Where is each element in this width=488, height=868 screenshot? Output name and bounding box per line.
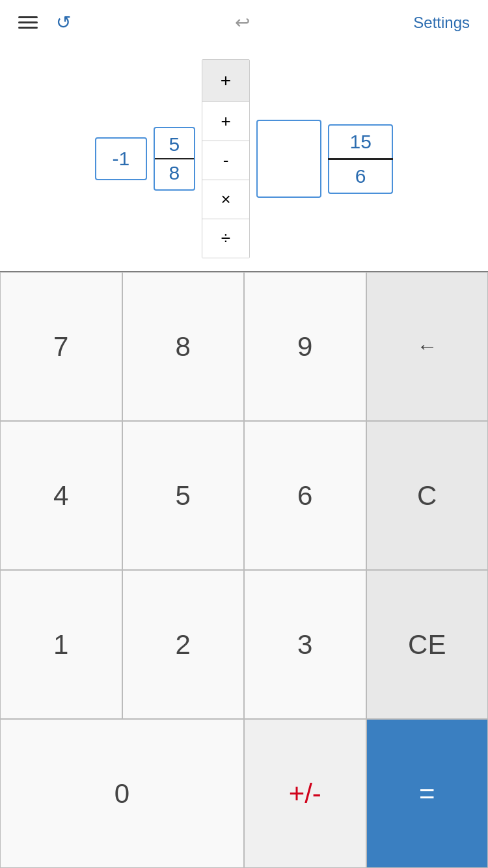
operator-option-divide[interactable]: ÷ [202,219,249,258]
key-7[interactable]: 7 [0,272,122,421]
key-5[interactable]: 5 [122,421,245,570]
key-backspace[interactable]: ← [366,272,489,421]
fraction-denominator[interactable]: 8 [155,159,194,189]
header-left: ↺ [18,14,71,32]
keypad: 7 8 9 ← 4 5 6 C 1 2 3 CE 0 +/- = [0,271,488,868]
key-plus-minus[interactable]: +/- [244,719,366,868]
key-equals[interactable]: = [366,719,489,868]
key-2[interactable]: 2 [122,570,245,719]
key-0[interactable]: 0 [0,719,244,868]
settings-button[interactable]: Settings [413,14,470,32]
whole-number-input[interactable]: -1 [95,137,147,180]
key-9[interactable]: 9 [244,272,366,421]
key-6[interactable]: 6 [244,421,366,570]
result-numerator: 15 [328,124,393,158]
result-fraction: 15 6 [328,124,393,194]
hamburger-menu-icon[interactable] [18,16,38,29]
fraction-input[interactable]: 5 8 [154,127,195,191]
undo-icon[interactable]: ↩ [235,12,250,33]
key-clear-entry[interactable]: CE [366,570,489,719]
expression-area: -1 5 8 + + - × ÷ 15 6 [0,40,488,271]
result-denominator: 6 [328,160,393,194]
key-clear[interactable]: C [366,421,489,570]
key-4[interactable]: 4 [0,421,122,570]
operator-dropdown[interactable]: + + - × ÷ [202,59,250,258]
operator-option-plus[interactable]: + [202,102,249,141]
operator-option-multiply[interactable]: × [202,180,249,219]
key-8[interactable]: 8 [122,272,245,421]
fraction-numerator[interactable]: 5 [155,128,194,158]
header: ↺ ↩ Settings [0,0,488,40]
operator-option-minus[interactable]: - [202,141,249,180]
reload-icon[interactable]: ↺ [56,14,71,32]
key-1[interactable]: 1 [0,570,122,719]
second-operand-input[interactable] [256,120,321,198]
operator-selected[interactable]: + [202,60,249,102]
key-3[interactable]: 3 [244,570,366,719]
